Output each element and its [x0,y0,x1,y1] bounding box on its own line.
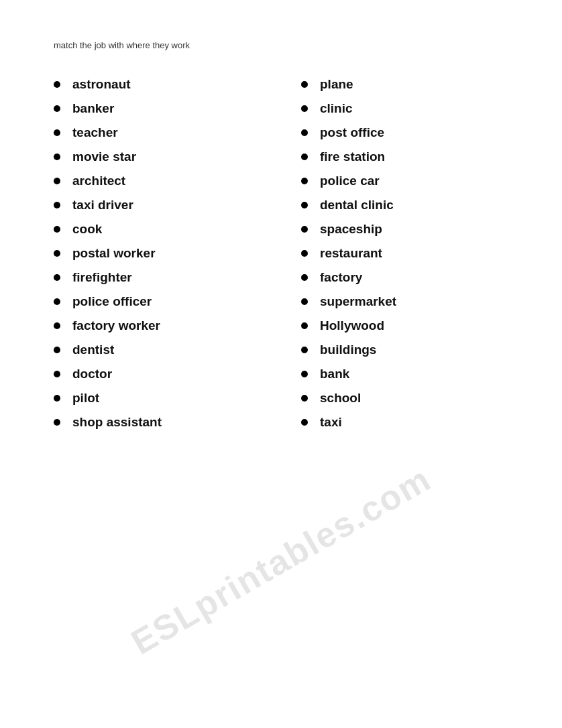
bullet-icon [54,226,60,233]
bullet-icon [301,154,308,160]
place-label: taxi [320,415,342,430]
job-label: architect [72,174,125,188]
job-label: factory worker [72,318,160,333]
place-label: buildings [320,343,376,357]
place-label: spaceship [320,222,382,237]
job-label: taxi driver [72,198,133,213]
bullet-icon [54,322,60,329]
place-label: bank [320,367,349,381]
list-item: architect [54,174,261,188]
list-item: buildings [301,343,508,357]
bullet-icon [54,129,60,136]
job-label: firefighter [72,270,132,285]
place-label: restaurant [320,246,382,261]
list-item: police car [301,174,508,188]
list-item: teacher [54,125,261,140]
bullet-icon [301,105,308,112]
list-item: taxi driver [54,198,261,213]
bullet-icon [301,226,308,233]
list-item: taxi [301,415,508,430]
left-column: astronautbankerteachermovie stararchitec… [54,77,261,439]
job-label: astronaut [72,77,131,92]
list-item: Hollywood [301,318,508,333]
bullet-icon [54,298,60,305]
bullet-icon [301,81,308,88]
job-label: shop assistant [72,415,162,430]
list-item: post office [301,125,508,140]
watermark: ESLprintables.com [124,459,437,662]
list-item: plane [301,77,508,92]
job-label: police officer [72,294,152,309]
place-label: dental clinic [320,198,394,213]
place-label: supermarket [320,294,396,309]
job-label: postal worker [72,246,156,261]
list-item: dentist [54,343,261,357]
bullet-icon [54,274,60,281]
bullet-icon [54,202,60,208]
bullet-icon [54,178,60,184]
bullet-icon [54,250,60,257]
place-label: police car [320,174,380,188]
list-item: firefighter [54,270,261,285]
list-item: spaceship [301,222,508,237]
job-label: movie star [72,149,136,164]
place-label: plane [320,77,353,92]
list-item: fire station [301,149,508,164]
list-item: police officer [54,294,261,309]
bullet-icon [301,371,308,377]
bullet-icon [301,202,308,208]
list-item: factory worker [54,318,261,333]
bullet-icon [301,129,308,136]
bullet-icon [54,419,60,426]
bullet-icon [301,347,308,353]
list-item: doctor [54,367,261,381]
job-label: dentist [72,343,114,357]
bullet-icon [301,274,308,281]
place-label: Hollywood [320,318,384,333]
right-column: planeclinicpost officefire stationpolice… [301,77,508,439]
bullet-icon [301,250,308,257]
job-label: teacher [72,125,118,140]
bullet-icon [54,105,60,112]
bullet-icon [301,419,308,426]
place-label: factory [320,270,362,285]
job-label: banker [72,101,114,116]
job-label: cook [72,222,102,237]
place-label: fire station [320,149,385,164]
list-item: factory [301,270,508,285]
list-item: cook [54,222,261,237]
list-item: banker [54,101,261,116]
job-label: pilot [72,391,99,406]
place-label: post office [320,125,384,140]
bullet-icon [301,322,308,329]
bullet-icon [301,395,308,402]
bullet-icon [301,178,308,184]
job-label: doctor [72,367,112,381]
list-item: movie star [54,149,261,164]
list-item: clinic [301,101,508,116]
bullet-icon [54,371,60,377]
list-item: bank [301,367,508,381]
bullet-icon [54,347,60,353]
bullet-icon [54,154,60,160]
list-item: shop assistant [54,415,261,430]
place-label: school [320,391,361,406]
page: match the job with where they work astro… [0,0,562,728]
list-item: pilot [54,391,261,406]
list-item: astronaut [54,77,261,92]
list-item: restaurant [301,246,508,261]
instruction-text: match the job with where they work [54,40,508,50]
place-label: clinic [320,101,353,116]
bullet-icon [54,81,60,88]
list-item: school [301,391,508,406]
columns-container: astronautbankerteachermovie stararchitec… [54,77,508,439]
bullet-icon [54,395,60,402]
list-item: supermarket [301,294,508,309]
bullet-icon [301,298,308,305]
list-item: dental clinic [301,198,508,213]
list-item: postal worker [54,246,261,261]
